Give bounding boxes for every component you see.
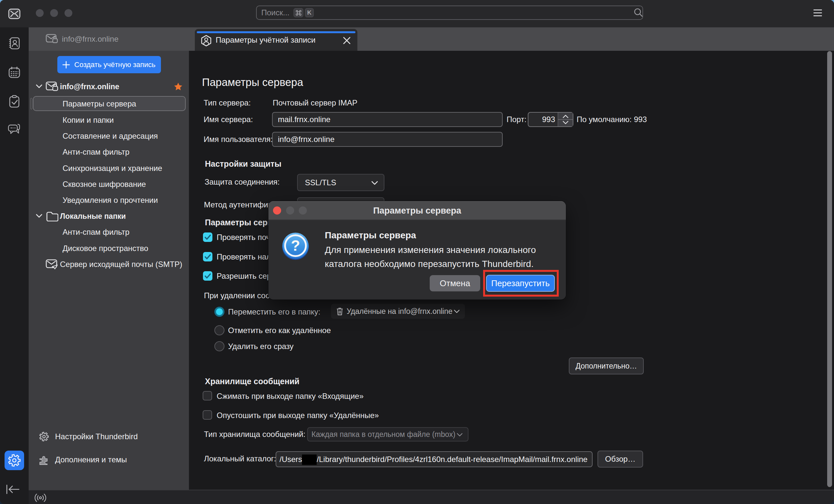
svg-text:?: ? (291, 237, 300, 254)
